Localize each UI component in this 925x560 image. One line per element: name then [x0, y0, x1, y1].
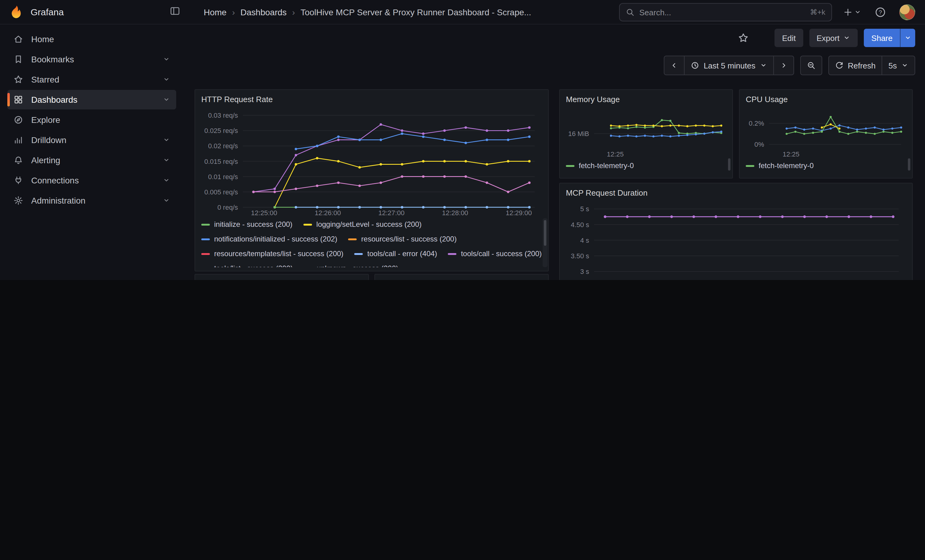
- mcp-request-duration-chart[interactable]: 5 s4.50 s4 s3.50 s3 s2.50 s12:25:0012:26…: [566, 199, 906, 280]
- legend-item[interactable]: tools/call - error (404): [354, 248, 437, 260]
- panel-mcp-request-duration: MCP Request Duration 5 s4.50 s4 s3.50 s3…: [559, 183, 913, 280]
- sidebar-item-label: Alerting: [31, 155, 60, 165]
- drilldown-icon: [14, 135, 23, 145]
- sidebar-item-explore[interactable]: Explore: [8, 110, 176, 130]
- legend-item[interactable]: tools/list - success (200): [201, 262, 293, 267]
- svg-text:0 req/s: 0 req/s: [217, 204, 238, 211]
- sidebar-item-label: Connections: [31, 176, 79, 185]
- breadcrumb-home[interactable]: Home: [204, 8, 227, 17]
- bookmark-icon: [14, 54, 23, 64]
- active-accent-bar: [8, 93, 10, 107]
- sidebar-item-bookmarks[interactable]: Bookmarks: [8, 50, 176, 69]
- search-input[interactable]: Search... ⌘+k: [619, 3, 832, 21]
- zoom-out-icon: [807, 61, 815, 70]
- add-button[interactable]: [843, 5, 862, 20]
- panel-memory-usage: Memory Usage 16 MiB12:25 fetch-telemetry…: [559, 89, 733, 179]
- time-range-picker[interactable]: Last 5 minutes: [685, 56, 774, 75]
- chevron-down-icon: [904, 34, 911, 42]
- legend-item[interactable]: fetch-telemetry-0: [746, 159, 814, 172]
- time-forward-button[interactable]: [774, 56, 794, 75]
- gear-icon: [14, 196, 23, 206]
- legend-item[interactable]: unknown - success (200): [304, 262, 398, 267]
- svg-text:16 MiB: 16 MiB: [568, 130, 589, 138]
- legend-scrollbar-thumb[interactable]: [544, 220, 546, 246]
- svg-text:0.005 req/s: 0.005 req/s: [204, 188, 238, 196]
- svg-text:0%: 0%: [754, 141, 764, 148]
- sidebar-item-connections[interactable]: Connections: [8, 171, 176, 190]
- legend-item[interactable]: fetch-telemetry-0: [566, 159, 634, 172]
- svg-text:0.025 req/s: 0.025 req/s: [204, 127, 238, 135]
- panel-title[interactable]: CPU Usage: [746, 93, 906, 106]
- svg-text:12:25: 12:25: [782, 150, 799, 158]
- share-menu-button[interactable]: [900, 29, 915, 47]
- svg-text:0.2%: 0.2%: [749, 120, 764, 127]
- chevron-down-icon[interactable]: [163, 96, 170, 103]
- legend-swatch: [566, 165, 574, 167]
- legend-scrollbar-thumb[interactable]: [728, 158, 731, 171]
- chevron-down-icon[interactable]: [163, 177, 170, 184]
- http-request-rate-chart[interactable]: 0 req/s0.005 req/s0.01 req/s0.015 req/s0…: [201, 106, 542, 217]
- cpu-legend: fetch-telemetry-0: [746, 159, 906, 173]
- svg-text:3 s: 3 s: [580, 268, 589, 275]
- sidebar-item-alerting[interactable]: Alerting: [8, 150, 176, 170]
- active-accent-bar: [8, 153, 10, 167]
- share-button[interactable]: Share: [864, 29, 900, 47]
- panel-title[interactable]: Memory Usage: [566, 93, 726, 106]
- chevron-down-icon[interactable]: [163, 156, 170, 164]
- user-avatar[interactable]: [899, 4, 915, 20]
- active-accent-bar: [8, 53, 10, 66]
- sidebar-item-home[interactable]: Home: [8, 29, 176, 49]
- active-accent-bar: [8, 133, 10, 147]
- plug-icon: [14, 176, 23, 185]
- refresh-group: Refresh 5s: [828, 56, 915, 75]
- panel-title[interactable]: Total Request Rate: [201, 278, 362, 280]
- svg-text:0.02 req/s: 0.02 req/s: [208, 142, 238, 150]
- legend-swatch: [746, 165, 754, 167]
- legend-swatch: [201, 224, 210, 225]
- panel-title[interactable]: MCP Request Duration: [566, 187, 906, 199]
- chevron-down-icon[interactable]: [163, 197, 170, 204]
- grafana-logo-icon[interactable]: [8, 4, 24, 20]
- breadcrumb: Home › Dashboards › ToolHive MCP Server …: [204, 0, 531, 24]
- refresh-interval-picker[interactable]: 5s: [883, 56, 915, 75]
- legend-scrollbar-thumb[interactable]: [908, 158, 910, 171]
- time-back-button[interactable]: [664, 56, 685, 75]
- sidebar-item-drilldown[interactable]: Drilldown: [8, 130, 176, 150]
- export-button[interactable]: Export: [809, 29, 858, 47]
- chevron-down-icon[interactable]: [163, 76, 170, 83]
- legend-item[interactable]: initialize - success (200): [201, 218, 292, 230]
- edit-button[interactable]: Edit: [775, 29, 803, 47]
- sidebar-item-dashboards[interactable]: Dashboards: [8, 90, 176, 110]
- legend-item[interactable]: logging/setLevel - success (200): [303, 218, 422, 230]
- sidebar-toggle-icon[interactable]: [166, 6, 184, 18]
- panel-title[interactable]: HTTP Request Rate: [201, 93, 542, 106]
- chevron-down-icon[interactable]: [163, 136, 170, 144]
- sidebar-item-starred[interactable]: Starred: [8, 70, 176, 89]
- share-split-button: Share: [864, 29, 915, 47]
- legend-item[interactable]: resources/templates/list - success (200): [201, 248, 343, 260]
- brand-name: Grafana: [30, 0, 63, 24]
- panel-title[interactable]: Error Rate: [381, 278, 542, 280]
- breadcrumb-dashboards[interactable]: Dashboards: [240, 8, 286, 17]
- legend-item[interactable]: resources/list - success (200): [348, 233, 457, 245]
- legend-item[interactable]: notifications/initialized - success (202…: [201, 233, 337, 245]
- cpu-usage-chart[interactable]: 0.2%0%12:25: [746, 106, 906, 158]
- sidebar-item-label: Home: [31, 34, 54, 44]
- breadcrumb-current: ToolHive MCP Server & Proxy Runner Dashb…: [300, 8, 531, 17]
- star-dashboard-icon[interactable]: [734, 32, 753, 44]
- refresh-button[interactable]: Refresh: [828, 56, 882, 75]
- svg-text:5 s: 5 s: [580, 205, 589, 213]
- search-shortcut: ⌘+k: [810, 8, 825, 17]
- memory-usage-chart[interactable]: 16 MiB12:25: [566, 106, 726, 158]
- zoom-out-button[interactable]: [800, 56, 822, 75]
- legend-swatch: [201, 238, 210, 240]
- compass-icon: [14, 115, 23, 125]
- chevron-down-icon: [843, 34, 851, 42]
- sidebar-item-label: Administration: [31, 196, 85, 206]
- sidebar-nav-list: HomeBookmarksStarredDashboardsExploreDri…: [8, 29, 176, 210]
- sidebar-item-administration[interactable]: Administration: [8, 191, 176, 210]
- chevron-down-icon[interactable]: [163, 56, 170, 63]
- legend-item[interactable]: tools/call - success (200): [448, 248, 542, 260]
- help-icon[interactable]: ?: [875, 5, 886, 20]
- chevron-left-icon: [670, 62, 678, 69]
